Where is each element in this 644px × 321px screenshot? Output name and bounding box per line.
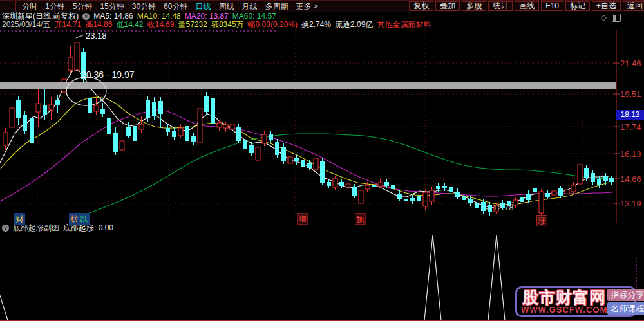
subpanel-title[interactable]: 底部起涨副图 (13, 224, 59, 232)
candle-down (449, 187, 453, 192)
ma-line-MA5 (0, 70, 609, 208)
high-pointer-line (76, 35, 84, 38)
event-marker-财[interactable]: 财 (14, 213, 25, 225)
watermark-url: WWW.GSCFW.COM (521, 306, 607, 315)
indicator-spike-partial (0, 291, 8, 320)
candle-down (236, 127, 241, 141)
candle-up (198, 109, 202, 142)
candle-down (294, 158, 299, 161)
axis-tick-label: 17.74 (620, 122, 641, 132)
event-marker-预[interactable]: 预 (355, 213, 366, 225)
candle-down (352, 187, 357, 196)
subpanel-collapse-icon[interactable]: ∨ (2, 225, 9, 232)
candle-down (100, 109, 105, 114)
candle-down (172, 131, 176, 137)
axis-tick-label: 21.46 (620, 59, 641, 68)
candle-up (262, 134, 267, 143)
ma-line-MA20 (0, 110, 612, 201)
candle-up (49, 105, 53, 110)
candle-up (217, 123, 222, 127)
candle-down (584, 168, 589, 178)
candle-down (455, 192, 460, 197)
candle-up (346, 184, 350, 187)
candle-down (533, 188, 537, 192)
axis-tick-label: 14.66 (620, 174, 641, 184)
watermark-site-name: 股市财富网 (522, 289, 606, 306)
candle-down (146, 100, 150, 118)
event-marker-跌[interactable]: 跌 (79, 213, 90, 225)
event-marker-涨[interactable]: 涨 (536, 215, 547, 226)
watermark: 股市财富网 WWW.GSCFW.COM 指标分享 名师课程 (515, 286, 636, 317)
candle-down (603, 176, 608, 181)
candle-down (339, 182, 344, 186)
indicator-spike (424, 235, 441, 320)
candle-down (204, 96, 209, 112)
candle-up (75, 42, 79, 70)
axis-tick-label: 13.19 (620, 199, 641, 208)
candle-down (558, 188, 563, 196)
candle-down (275, 142, 279, 155)
gray-band-annotation (0, 82, 616, 89)
candle-up (423, 192, 428, 206)
candle-down (327, 182, 331, 186)
candle-up (365, 185, 370, 189)
candle-up (539, 192, 544, 213)
candle-down (301, 160, 305, 167)
candle-down (462, 196, 466, 200)
candle-up (359, 190, 363, 203)
candle-down (269, 134, 273, 140)
candle-down (545, 193, 550, 197)
candle-down (436, 186, 440, 189)
candle-down (152, 102, 156, 116)
candle-down (55, 100, 60, 105)
candle-up (430, 190, 434, 201)
candle-up (230, 125, 234, 129)
candle-down (307, 163, 312, 168)
candle-down (320, 161, 325, 183)
candle-up (120, 141, 124, 150)
candle-down (30, 118, 34, 143)
candle-up (10, 108, 14, 127)
subpanel-header: ∨ 底部起涨副图 底部起涨: 0.00 (2, 224, 117, 232)
candle-down (597, 179, 601, 185)
candle-down (23, 115, 27, 131)
candle-up (3, 133, 8, 145)
candle-up (513, 200, 518, 205)
candle-up (571, 185, 576, 192)
candle-up (139, 124, 144, 129)
watermark-badge-courses: 名师课程 (607, 302, 644, 315)
candle-down (211, 98, 215, 124)
candle-up (565, 190, 569, 194)
candle-up (314, 158, 318, 170)
candle-down (609, 178, 614, 182)
event-marker-增[interactable]: 增 (297, 213, 308, 225)
candle-down (281, 147, 286, 161)
candle-up (378, 183, 383, 186)
candle-up (288, 157, 292, 163)
candle-down (158, 101, 163, 114)
gap-annotation: 20.36 - 19.97 (81, 69, 135, 80)
axis-tick-label: 16.13 (620, 149, 641, 159)
candle-up (223, 125, 228, 128)
candle-up (178, 128, 183, 136)
candle-down (526, 194, 531, 200)
candle-down (185, 126, 189, 141)
candle-down (107, 118, 111, 134)
candle-up (36, 104, 41, 112)
main-chart-canvas (0, 1, 644, 321)
candle-down (133, 126, 137, 141)
candle-down (397, 194, 402, 199)
app-window: 分时1分钟5分钟15分钟30分钟60分钟日线周线月线多周期更多 > 复权叠加多股… (0, 0, 644, 321)
ma-line-MA10 (0, 97, 609, 205)
candle-down (391, 185, 395, 189)
watermark-badge-indicators: 指标分享 (607, 289, 644, 301)
indicator-spike (488, 235, 505, 320)
low-price-annotation: ←12.78 (484, 203, 514, 212)
candle-down (417, 196, 421, 201)
candle-down (442, 186, 447, 188)
candle-up (94, 105, 99, 111)
candle-down (410, 198, 415, 201)
candle-up (578, 165, 582, 184)
candle-down (126, 127, 131, 136)
candle-up (68, 57, 73, 70)
